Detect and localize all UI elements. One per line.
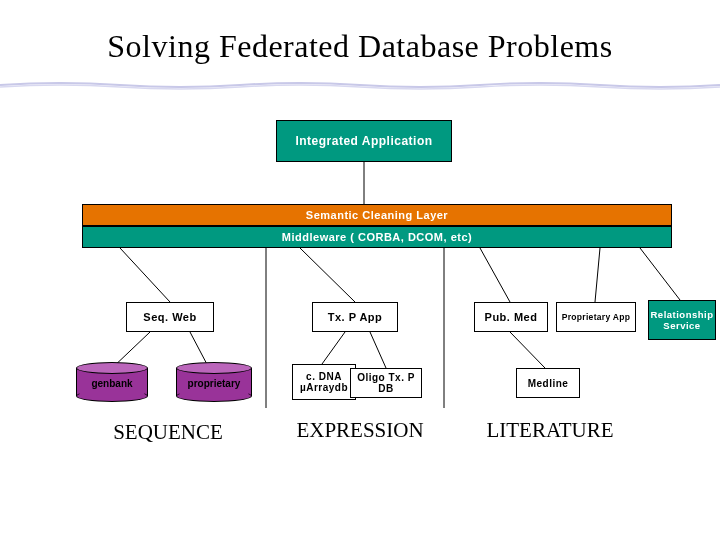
txp-app-box: Tx. P App bbox=[312, 302, 398, 332]
svg-line-6 bbox=[595, 248, 600, 302]
svg-line-10 bbox=[322, 332, 345, 364]
proprietary-cylinder: proprietary bbox=[176, 362, 252, 402]
pubmed-box: Pub. Med bbox=[474, 302, 548, 332]
literature-label: LITERATURE bbox=[470, 418, 630, 443]
integrated-app-box: Integrated Application bbox=[276, 120, 452, 162]
semantic-layer-box: Semantic Cleaning Layer bbox=[82, 204, 672, 226]
page-title: Solving Federated Database Problems bbox=[0, 28, 720, 65]
genbank-label: genbank bbox=[76, 378, 148, 389]
expression-label: EXPRESSION bbox=[280, 418, 440, 443]
oligo-db-box: Oligo Tx. P DB bbox=[350, 368, 422, 398]
genbank-cylinder: genbank bbox=[76, 362, 148, 402]
medline-box: Medline bbox=[516, 368, 580, 398]
seqweb-box: Seq. Web bbox=[126, 302, 214, 332]
relationship-service-box: Relationship Service bbox=[648, 300, 716, 340]
middleware-box: Middleware ( CORBA, DCOM, etc) bbox=[82, 226, 672, 248]
svg-line-5 bbox=[480, 248, 510, 302]
sequence-label: SEQUENCE bbox=[98, 420, 238, 445]
svg-line-4 bbox=[300, 248, 355, 302]
proprietary-app-box: Proprietary App bbox=[556, 302, 636, 332]
svg-line-1 bbox=[120, 248, 170, 302]
cdna-db-box: c. DNA µArraydb bbox=[292, 364, 356, 400]
svg-line-7 bbox=[640, 248, 680, 300]
proprietary-label: proprietary bbox=[176, 378, 252, 389]
svg-line-11 bbox=[370, 332, 386, 368]
underline-wave bbox=[0, 80, 720, 90]
svg-line-12 bbox=[510, 332, 545, 368]
